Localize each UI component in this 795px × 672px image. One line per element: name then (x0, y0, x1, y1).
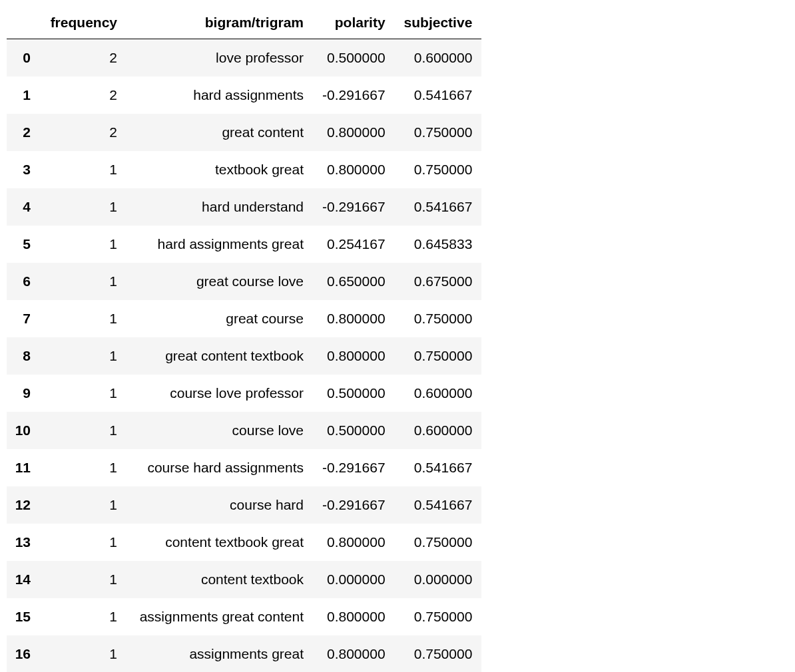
cell-polarity: -0.291667 (313, 486, 395, 524)
cell-bigram: course love (127, 412, 313, 449)
cell-bigram: course love professor (127, 375, 313, 412)
header-polarity: polarity (313, 7, 395, 39)
table-row: 161assignments great0.8000000.750000 (7, 635, 481, 672)
table-row: 41hard understand-0.2916670.541667 (7, 188, 481, 226)
cell-index: 15 (7, 598, 40, 635)
cell-subjective: 0.645833 (395, 226, 482, 263)
cell-frequency: 1 (40, 263, 127, 300)
cell-index: 12 (7, 486, 40, 524)
cell-frequency: 1 (40, 486, 127, 524)
cell-index: 11 (7, 449, 40, 486)
header-bigram: bigram/trigram (127, 7, 313, 39)
cell-subjective: 0.750000 (395, 635, 482, 672)
cell-polarity: 0.500000 (313, 39, 395, 77)
cell-subjective: 0.600000 (395, 412, 482, 449)
cell-frequency: 2 (40, 77, 127, 114)
cell-bigram: course hard (127, 486, 313, 524)
cell-bigram: hard assignments (127, 77, 313, 114)
cell-frequency: 1 (40, 226, 127, 263)
cell-index: 6 (7, 263, 40, 300)
table-row: 71great course0.8000000.750000 (7, 300, 481, 337)
cell-polarity: 0.800000 (313, 337, 395, 375)
cell-polarity: 0.800000 (313, 300, 395, 337)
cell-index: 5 (7, 226, 40, 263)
cell-polarity: 0.500000 (313, 375, 395, 412)
cell-polarity: 0.800000 (313, 114, 395, 151)
cell-subjective: 0.675000 (395, 263, 482, 300)
cell-index: 10 (7, 412, 40, 449)
cell-bigram: great content (127, 114, 313, 151)
header-frequency: frequency (40, 7, 127, 39)
header-index (7, 7, 40, 39)
cell-bigram: assignments great content (127, 598, 313, 635)
table-row: 51hard assignments great0.2541670.645833 (7, 226, 481, 263)
cell-frequency: 1 (40, 412, 127, 449)
cell-subjective: 0.600000 (395, 39, 482, 77)
cell-subjective: 0.000000 (395, 561, 482, 598)
cell-polarity: 0.800000 (313, 635, 395, 672)
cell-bigram: content textbook (127, 561, 313, 598)
table-row: 101course love0.5000000.600000 (7, 412, 481, 449)
cell-bigram: hard assignments great (127, 226, 313, 263)
cell-frequency: 2 (40, 114, 127, 151)
cell-index: 13 (7, 524, 40, 561)
cell-index: 8 (7, 337, 40, 375)
cell-polarity: 0.500000 (313, 412, 395, 449)
table-row: 02love professor0.5000000.600000 (7, 39, 481, 77)
cell-subjective: 0.541667 (395, 188, 482, 226)
cell-frequency: 1 (40, 151, 127, 188)
cell-polarity: 0.000000 (313, 561, 395, 598)
cell-subjective: 0.541667 (395, 486, 482, 524)
cell-bigram: content textbook great (127, 524, 313, 561)
table-row: 151assignments great content0.8000000.75… (7, 598, 481, 635)
cell-frequency: 1 (40, 561, 127, 598)
cell-index: 7 (7, 300, 40, 337)
table-row: 31textbook great0.8000000.750000 (7, 151, 481, 188)
cell-frequency: 1 (40, 635, 127, 672)
cell-polarity: 0.800000 (313, 524, 395, 561)
table-row: 22great content0.8000000.750000 (7, 114, 481, 151)
header-row: frequency bigram/trigram polarity subjec… (7, 7, 481, 39)
cell-subjective: 0.541667 (395, 77, 482, 114)
cell-bigram: love professor (127, 39, 313, 77)
header-subjective: subjective (395, 7, 482, 39)
cell-polarity: 0.800000 (313, 151, 395, 188)
cell-frequency: 1 (40, 375, 127, 412)
cell-polarity: -0.291667 (313, 449, 395, 486)
table-row: 121course hard-0.2916670.541667 (7, 486, 481, 524)
cell-subjective: 0.750000 (395, 151, 482, 188)
cell-subjective: 0.750000 (395, 337, 482, 375)
cell-index: 14 (7, 561, 40, 598)
cell-frequency: 1 (40, 598, 127, 635)
cell-index: 16 (7, 635, 40, 672)
cell-bigram: assignments great (127, 635, 313, 672)
cell-bigram: great course love (127, 263, 313, 300)
cell-polarity: 0.800000 (313, 598, 395, 635)
cell-frequency: 1 (40, 337, 127, 375)
table-row: 111course hard assignments-0.2916670.541… (7, 449, 481, 486)
cell-frequency: 2 (40, 39, 127, 77)
cell-polarity: -0.291667 (313, 77, 395, 114)
cell-bigram: hard understand (127, 188, 313, 226)
table-row: 81great content textbook0.8000000.750000 (7, 337, 481, 375)
cell-bigram: course hard assignments (127, 449, 313, 486)
cell-frequency: 1 (40, 524, 127, 561)
cell-index: 1 (7, 77, 40, 114)
cell-subjective: 0.750000 (395, 114, 482, 151)
cell-frequency: 1 (40, 449, 127, 486)
cell-polarity: -0.291667 (313, 188, 395, 226)
table-row: 61great course love0.6500000.675000 (7, 263, 481, 300)
cell-frequency: 1 (40, 300, 127, 337)
table-row: 12hard assignments-0.2916670.541667 (7, 77, 481, 114)
cell-subjective: 0.541667 (395, 449, 482, 486)
table-row: 131content textbook great0.8000000.75000… (7, 524, 481, 561)
cell-subjective: 0.600000 (395, 375, 482, 412)
cell-subjective: 0.750000 (395, 598, 482, 635)
cell-frequency: 1 (40, 188, 127, 226)
cell-subjective: 0.750000 (395, 300, 482, 337)
cell-polarity: 0.650000 (313, 263, 395, 300)
cell-index: 4 (7, 188, 40, 226)
cell-index: 0 (7, 39, 40, 77)
table-row: 91course love professor0.5000000.600000 (7, 375, 481, 412)
cell-index: 3 (7, 151, 40, 188)
